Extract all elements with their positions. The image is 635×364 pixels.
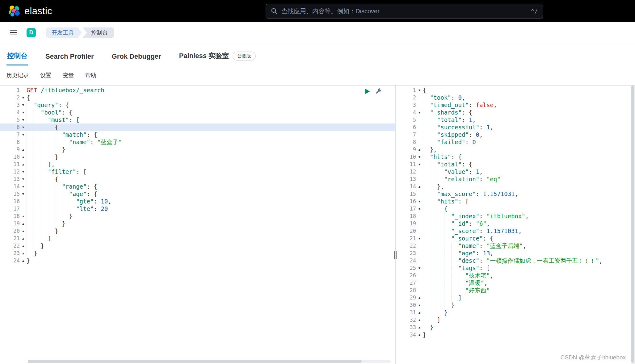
code-line[interactable]: 15 "max_score": 1.1571031, <box>396 190 635 198</box>
menu-item-help[interactable]: 帮助 <box>85 72 96 79</box>
code-line[interactable]: 12▾ "filter": [ <box>0 168 395 175</box>
tab-grok-debugger[interactable]: Grok Debugger <box>111 52 162 65</box>
code-line[interactable]: 5▾ "must": [ <box>0 116 395 123</box>
fold-toggle-icon[interactable]: ▾ <box>416 86 423 94</box>
tab-console[interactable]: 控制台 <box>6 51 28 65</box>
code-line[interactable]: 4▾ "_shards": { <box>396 109 635 116</box>
code-line[interactable]: 13 "relation": "eq" <box>396 175 635 183</box>
code-line[interactable]: 32▴ ] <box>396 316 635 324</box>
code-line[interactable]: 30▴ } <box>396 301 635 309</box>
code-line[interactable]: 2▾{ <box>0 94 395 101</box>
code-line[interactable]: 8 "name": "蓝盒子" <box>0 138 395 146</box>
tab-search-profiler[interactable]: Search Profiler <box>45 52 95 65</box>
code-line[interactable]: 6▾ { <box>0 123 395 131</box>
code-line[interactable]: 13▾ { <box>0 175 395 183</box>
fold-toggle-icon[interactable]: ▾ <box>416 264 423 272</box>
code-line[interactable]: 23 "age": 13, <box>396 249 635 257</box>
fold-toggle-icon[interactable]: ▴ <box>416 294 423 301</box>
code-line[interactable]: 3▾ "query": { <box>0 101 395 109</box>
code-line[interactable]: 3 "timed_out": false, <box>396 101 635 109</box>
vertical-scrollbar-thumb[interactable] <box>631 86 634 363</box>
code-line[interactable]: 18 "_index": "itbluebox", <box>396 212 635 220</box>
vertical-scrollbar[interactable] <box>631 86 635 364</box>
code-line[interactable]: 22▴ } <box>0 242 395 249</box>
global-search-bar[interactable]: ^/ <box>266 4 543 19</box>
fold-toggle-icon[interactable]: ▾ <box>20 94 27 101</box>
breadcrumb-dev-tools[interactable]: 开发工具 <box>46 27 82 38</box>
response-panel[interactable]: 1▾{2 "took": 0,3 "timed_out": false,4▾ "… <box>396 86 635 364</box>
code-line[interactable]: 28 "好东西" <box>396 287 635 294</box>
code-line[interactable]: 7 "skipped": 0, <box>396 131 635 138</box>
global-search-input[interactable] <box>281 8 527 15</box>
menu-item-variables[interactable]: 变量 <box>63 72 74 79</box>
tab-painless-lab[interactable]: Painless 实验室 公测版 <box>179 51 256 65</box>
fold-toggle-icon[interactable]: ▴ <box>20 146 27 153</box>
fold-toggle-icon[interactable]: ▾ <box>20 101 27 109</box>
code-line[interactable]: 14▴ }, <box>396 183 635 190</box>
fold-toggle-icon[interactable]: ▾ <box>20 183 27 190</box>
fold-toggle-icon[interactable]: ▾ <box>20 131 27 138</box>
elastic-home-link[interactable]: elastic <box>8 5 52 17</box>
code-line[interactable]: 10▾ "hits": { <box>396 153 635 161</box>
request-options-button[interactable] <box>375 87 383 95</box>
fold-toggle-icon[interactable]: ▾ <box>20 168 27 175</box>
fold-toggle-icon[interactable]: ▾ <box>20 123 27 131</box>
fold-toggle-icon[interactable]: ▴ <box>416 331 423 338</box>
menu-hamburger-button[interactable] <box>7 27 20 39</box>
fold-toggle-icon[interactable]: ▴ <box>20 153 27 161</box>
code-line[interactable]: 12 "value": 1, <box>396 168 635 175</box>
code-line[interactable]: 17 "lte": 20 <box>0 205 395 212</box>
code-line[interactable]: 8 "failed": 0 <box>396 138 635 146</box>
code-line[interactable]: 14▾ "range": { <box>0 183 395 190</box>
code-line[interactable]: 9▴ } <box>0 146 395 153</box>
fold-toggle-icon[interactable]: ▴ <box>20 235 27 242</box>
fold-toggle-icon[interactable]: ▴ <box>20 249 27 257</box>
code-line[interactable]: 22 "name": "蓝盒子后端", <box>396 242 635 249</box>
code-line[interactable]: 25▾ "tags": [ <box>396 264 635 272</box>
request-editor-panel[interactable]: 1GET /itbluebox/_search2▾{3▾ "query": {4… <box>0 86 395 364</box>
code-line[interactable]: 11▾ "total": { <box>396 161 635 168</box>
menu-item-settings[interactable]: 设置 <box>40 72 51 79</box>
code-line[interactable]: 31▴ } <box>396 309 635 316</box>
code-line[interactable]: 4▾ "bool": { <box>0 109 395 116</box>
fold-toggle-icon[interactable]: ▾ <box>416 153 423 161</box>
fold-toggle-icon[interactable]: ▾ <box>20 190 27 198</box>
menu-item-history[interactable]: 历史记录 <box>6 72 29 79</box>
code-line[interactable]: 10▴ } <box>0 153 395 161</box>
fold-toggle-icon[interactable]: ▾ <box>416 161 423 168</box>
horizontal-scrollbar[interactable] <box>28 360 391 363</box>
fold-toggle-icon[interactable]: ▾ <box>416 109 423 116</box>
code-line[interactable]: 21▾ "_source": { <box>396 235 635 242</box>
code-line[interactable]: 23▴ } <box>0 249 395 257</box>
code-line[interactable]: 34▴} <box>396 331 635 338</box>
fold-toggle-icon[interactable]: ▴ <box>20 257 27 264</box>
code-line[interactable]: 33▴ } <box>396 324 635 331</box>
fold-toggle-icon[interactable]: ▴ <box>416 301 423 309</box>
fold-toggle-icon[interactable]: ▴ <box>416 309 423 316</box>
code-line[interactable]: 27 "温暖", <box>396 279 635 287</box>
fold-toggle-icon[interactable]: ▴ <box>416 316 423 324</box>
code-line[interactable]: 16 "gte": 10, <box>0 198 395 205</box>
send-request-button[interactable] <box>364 87 372 95</box>
code-line[interactable]: 15▾ "age": { <box>0 190 395 198</box>
breadcrumb-console[interactable]: 控制台 <box>83 27 114 38</box>
code-line[interactable]: 2 "took": 0, <box>396 94 635 101</box>
code-line[interactable]: 21▴ ] <box>0 235 395 242</box>
code-line[interactable]: 6 "successful": 1, <box>396 123 635 131</box>
fold-toggle-icon[interactable]: ▴ <box>20 227 27 235</box>
code-line[interactable]: 20▴ } <box>0 227 395 235</box>
deployment-badge[interactable]: D <box>27 28 36 37</box>
fold-toggle-icon[interactable]: ▴ <box>20 212 27 220</box>
code-line[interactable]: 11▴ ], <box>0 161 395 168</box>
fold-toggle-icon[interactable]: ▴ <box>416 183 423 190</box>
fold-toggle-icon[interactable]: ▾ <box>20 175 27 183</box>
code-line[interactable]: 5 "total": 1, <box>396 116 635 123</box>
code-line[interactable]: 19▴ } <box>0 220 395 227</box>
fold-toggle-icon[interactable]: ▴ <box>416 146 423 153</box>
code-line[interactable]: 29▴ ] <box>396 294 635 301</box>
fold-toggle-icon[interactable]: ▴ <box>20 242 27 249</box>
fold-toggle-icon[interactable]: ▾ <box>20 116 27 123</box>
code-line[interactable]: 1▾{ <box>396 86 635 94</box>
horizontal-scrollbar-thumb[interactable] <box>28 360 362 363</box>
fold-toggle-icon[interactable]: ▴ <box>20 220 27 227</box>
